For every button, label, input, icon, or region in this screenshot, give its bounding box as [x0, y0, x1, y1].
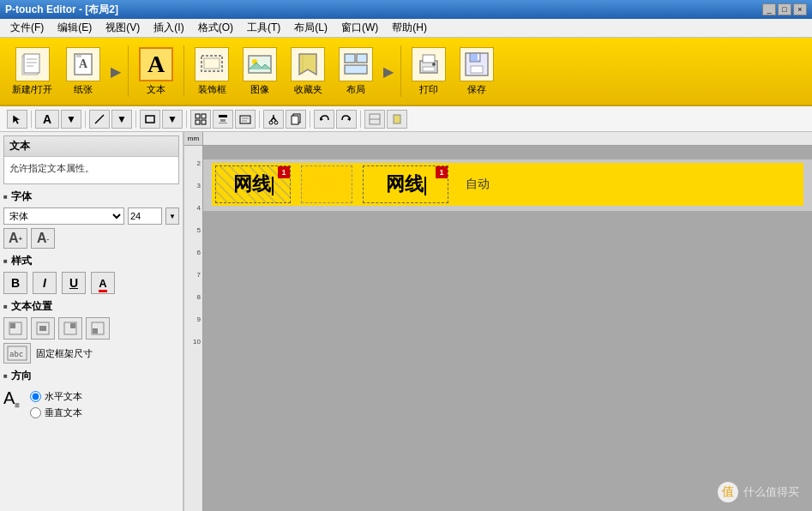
decoration-label: 装饰框: [198, 83, 226, 96]
paper-icon[interactable]: A: [66, 47, 100, 81]
new-open-label: 新建/打开: [12, 83, 52, 96]
redo-tool[interactable]: [336, 110, 357, 129]
ruler-marks: // This will be rendered via inline SVG …: [203, 132, 812, 145]
new-open-icon[interactable]: [15, 47, 50, 81]
font-increase-btn[interactable]: A+: [3, 228, 27, 249]
cut-tool[interactable]: [263, 110, 284, 129]
direction-section-label: 方向: [3, 369, 179, 383]
toolbar-sep-1: [128, 45, 129, 97]
print-preview[interactable]: [235, 110, 256, 129]
rect-tool[interactable]: [140, 110, 160, 129]
menu-layout[interactable]: 布局(L): [287, 19, 334, 37]
layout-label: 布局: [346, 83, 365, 96]
svg-rect-27: [201, 114, 206, 118]
tool-sep-7: [360, 111, 361, 128]
font-select[interactable]: 宋体: [3, 207, 124, 225]
text-icon[interactable]: A: [139, 47, 173, 81]
maximize-button[interactable]: □: [778, 3, 791, 15]
svg-rect-30: [219, 115, 227, 117]
layout-tool-1[interactable]: [364, 110, 385, 129]
favorites-icon[interactable]: [291, 47, 325, 81]
text-box-1-content: 网线: [233, 171, 274, 197]
print-icon[interactable]: [412, 47, 446, 81]
title-bar: P-touch Editor - [布局2] _ □ ×: [0, 0, 812, 19]
window-controls[interactable]: _ □ ×: [762, 3, 807, 15]
watermark-text: 什么值得买: [743, 484, 799, 500]
minimize-button[interactable]: _: [762, 3, 776, 15]
align-tool[interactable]: [213, 110, 233, 129]
toolbar-decoration: 装饰框: [189, 45, 234, 98]
line-arrow[interactable]: ▼: [111, 110, 132, 129]
svg-rect-7: [76, 55, 81, 57]
menu-help[interactable]: 帮助(H): [385, 19, 434, 37]
favorites-label: 收藏夹: [294, 83, 322, 96]
canvas-content[interactable]: 网线 1 网线 1: [203, 146, 812, 511]
toolbar: 新建/打开 A 纸张 ▶ A 文本 装饰框: [0, 38, 812, 106]
menu-file[interactable]: 文件(F): [3, 19, 51, 37]
font-decrease-btn[interactable]: A-: [31, 228, 55, 249]
align-top-left[interactable]: [3, 317, 27, 340]
print-label: 打印: [419, 83, 438, 96]
font-color-button[interactable]: A: [91, 272, 115, 294]
text-box-2-content: 网线: [386, 171, 426, 197]
menu-window[interactable]: 窗口(W): [334, 19, 385, 37]
style-section-label: 样式: [3, 254, 179, 268]
tool-sep-3: [135, 111, 136, 128]
svg-text:abc: abc: [9, 350, 23, 358]
font-down-arrow[interactable]: ▼: [61, 110, 81, 129]
svg-rect-47: [394, 115, 400, 123]
text-box-1[interactable]: 网线 1: [215, 165, 291, 203]
menu-format[interactable]: 格式(O): [191, 19, 240, 37]
svg-rect-10: [249, 56, 271, 73]
layout-icon[interactable]: [339, 47, 373, 81]
svg-text:A: A: [79, 57, 88, 70]
toolbar-favorites: 收藏夹: [286, 45, 330, 98]
undo-tool[interactable]: [314, 110, 334, 129]
bold-button[interactable]: B: [3, 272, 27, 294]
vertical-text-option[interactable]: 垂直文本: [30, 406, 82, 419]
layout-tool-2[interactable]: [387, 110, 407, 129]
text-box-2[interactable]: 网线 1: [363, 165, 448, 203]
toolbar-text: A 文本: [134, 45, 178, 98]
font-size-dropdown[interactable]: ▼: [165, 207, 179, 225]
decoration-icon[interactable]: [195, 47, 229, 81]
image-icon[interactable]: [243, 47, 277, 81]
svg-rect-14: [345, 65, 367, 74]
menu-view[interactable]: 视图(V): [99, 19, 147, 37]
align-center[interactable]: [31, 317, 55, 340]
horizontal-text-option[interactable]: 水平文本: [30, 390, 82, 403]
line-tool[interactable]: [89, 110, 110, 129]
menu-bar: 文件(F) 编辑(E) 视图(V) 插入(I) 格式(O) 工具(T) 布局(L…: [0, 19, 812, 38]
font-dropdown-A[interactable]: A: [35, 110, 59, 129]
window-title: P-touch Editor - [布局2]: [5, 3, 118, 17]
svg-rect-55: [93, 328, 98, 334]
copy-tool[interactable]: [286, 110, 306, 129]
left-panel: 文本 允许指定文本属性。 字体 宋体 ▼ A+ A- 样式 B I U: [0, 132, 184, 511]
toolbar-image: 图像: [238, 45, 282, 98]
svg-rect-53: [70, 323, 75, 328]
watermark: 值 什么值得买: [718, 482, 799, 502]
frame-icon[interactable]: abc: [3, 343, 31, 364]
menu-edit[interactable]: 编辑(E): [51, 19, 99, 37]
svg-rect-33: [240, 116, 250, 123]
select-tool[interactable]: [7, 110, 27, 129]
toolbar-arrow-2[interactable]: ▶: [382, 62, 395, 81]
menu-insert[interactable]: 插入(I): [147, 19, 190, 37]
underline-button[interactable]: U: [62, 272, 86, 294]
save-icon[interactable]: [460, 47, 494, 81]
svg-rect-49: [10, 323, 15, 328]
align-bottom[interactable]: [86, 317, 110, 340]
text-section-header: 文本: [4, 136, 178, 157]
close-button[interactable]: ×: [793, 3, 807, 15]
menu-tools[interactable]: 工具(T): [240, 19, 287, 37]
grid-tool[interactable]: [190, 110, 211, 129]
font-size-input[interactable]: [128, 207, 162, 225]
toolbar-arrow-1[interactable]: ▶: [109, 62, 123, 81]
italic-button[interactable]: I: [33, 272, 57, 294]
svg-rect-31: [220, 119, 226, 122]
align-right[interactable]: [58, 317, 82, 340]
vertical-radio[interactable]: [30, 407, 41, 418]
rect-arrow[interactable]: ▼: [162, 110, 183, 129]
tool-sep-6: [310, 111, 310, 128]
horizontal-radio[interactable]: [30, 391, 41, 402]
